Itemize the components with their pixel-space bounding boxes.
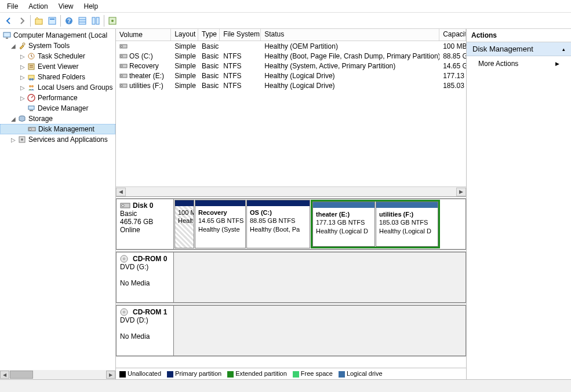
tree-label: Shared Folders xyxy=(38,73,85,81)
disk-row: Disk 0Basic465.76 GBOnline100 MHealtReco… xyxy=(116,198,466,250)
tree-device-manager[interactable]: ▷Device Manager xyxy=(0,103,115,113)
svg-point-37 xyxy=(121,65,123,67)
disk-label[interactable]: CD-ROM 1DVD (D:)No Media xyxy=(116,305,174,356)
folder-share-icon xyxy=(27,72,36,82)
svg-rect-25 xyxy=(28,106,34,109)
svg-rect-16 xyxy=(28,64,34,69)
col-volume[interactable]: Volume xyxy=(116,29,171,41)
tree-disk-management[interactable]: ▷Disk Management xyxy=(0,124,115,134)
clock-icon xyxy=(27,52,36,61)
volume-list-header: Volume Layout Type File System Status Ca… xyxy=(116,29,466,41)
svg-rect-9 xyxy=(96,17,99,24)
tree-label: Performance xyxy=(38,94,78,102)
partition[interactable]: utilities (F:)185.03 GB NTFSHealthy (Log… xyxy=(376,202,438,247)
svg-point-22 xyxy=(29,85,31,87)
extended-partition: theater (E:)177.13 GB NTFSHealthy (Logic… xyxy=(311,200,440,248)
svg-rect-5 xyxy=(79,17,86,24)
partition[interactable]: theater (E:)177.13 GB NTFSHealthy (Logic… xyxy=(312,202,375,247)
tree-event-viewer[interactable]: ▷Event Viewer xyxy=(0,61,115,72)
device-icon xyxy=(27,104,36,113)
svg-point-23 xyxy=(31,85,34,87)
tree-root[interactable]: Computer Management (Local xyxy=(0,30,115,41)
tree-label: Device Manager xyxy=(38,104,88,112)
expander-icon[interactable]: ▷ xyxy=(19,53,27,60)
menu-action[interactable]: Action xyxy=(24,1,52,12)
actions-section[interactable]: Disk Management ▴ xyxy=(467,42,571,56)
disk-row: CD-ROM 1DVD (D:)No Media xyxy=(116,305,466,357)
partition[interactable]: 100 MHealt xyxy=(174,200,194,248)
graphical-view: Disk 0Basic465.76 GBOnline100 MHealtReco… xyxy=(116,197,466,379)
volume-row[interactable]: OS (C:)SimpleBasicNTFSHealthy (Boot, Pag… xyxy=(116,51,466,61)
svg-point-31 xyxy=(21,138,23,141)
properties-button[interactable] xyxy=(46,14,59,27)
svg-rect-26 xyxy=(30,110,33,111)
event-icon xyxy=(27,62,36,71)
help-button[interactable]: ? xyxy=(63,14,75,27)
tree-system-tools[interactable]: ◢ System Tools xyxy=(0,41,115,51)
menu-help[interactable]: Help xyxy=(79,1,103,12)
actions-more-label: More Actions xyxy=(478,60,518,68)
expander-icon[interactable]: ▷ xyxy=(19,74,27,80)
menu-file[interactable]: File xyxy=(2,1,23,12)
partition[interactable]: OS (C:)88.85 GB NTFSHealthy (Boot, Pa xyxy=(246,200,310,248)
tree-services-apps[interactable]: ▷ Services and Applications xyxy=(0,134,115,145)
forward-button[interactable] xyxy=(16,14,28,27)
menu-view[interactable]: View xyxy=(54,1,78,12)
back-button[interactable] xyxy=(2,14,15,27)
col-status[interactable]: Status xyxy=(261,29,439,41)
collapse-icon: ▴ xyxy=(562,46,565,52)
expander-icon[interactable]: ◢ xyxy=(9,116,17,122)
volume-list-body[interactable]: SimpleBasicHealthy (OEM Partition)100 MB… xyxy=(116,41,466,186)
col-capacity[interactable]: Capacit xyxy=(439,29,466,41)
expander-icon[interactable]: ▷ xyxy=(9,137,17,143)
tree-root-label: Computer Management (Local xyxy=(13,31,107,39)
tools-icon xyxy=(17,41,27,50)
users-icon xyxy=(27,83,36,92)
tree-hscrollbar[interactable]: ◀▶ xyxy=(0,370,115,379)
expander-icon[interactable]: ▷ xyxy=(19,85,27,91)
actions-section-label: Disk Management xyxy=(472,45,533,53)
svg-point-21 xyxy=(31,78,34,80)
expander-icon[interactable]: ▷ xyxy=(19,64,27,70)
tree-local-users[interactable]: ▷Local Users and Groups xyxy=(0,82,115,93)
tree-label: Disk Management xyxy=(38,125,94,133)
disk-label[interactable]: CD-ROM 0DVD (G:)No Media xyxy=(116,252,174,303)
volume-row[interactable]: theater (E:)SimpleBasicNTFSHealthy (Logi… xyxy=(116,71,466,80)
disk-row: CD-ROM 0DVD (G:)No Media xyxy=(116,251,466,303)
view1-button[interactable] xyxy=(76,14,89,27)
disk-mgmt-icon xyxy=(27,124,37,134)
tree-label: Services and Applications xyxy=(28,135,108,144)
statusbar xyxy=(0,379,571,392)
volume-row[interactable]: RecoverySimpleBasicNTFSHealthy (System, … xyxy=(116,61,466,71)
tree-label: Task Scheduler xyxy=(38,52,85,60)
svg-rect-1 xyxy=(49,17,56,24)
main-area: Computer Management (Local ◢ System Tool… xyxy=(0,29,571,379)
svg-point-39 xyxy=(121,75,123,76)
disk-partitions xyxy=(174,252,466,303)
settings-button[interactable] xyxy=(106,14,119,27)
view2-button[interactable] xyxy=(89,14,102,27)
partition[interactable]: Recovery14.65 GB NTFSHealthy (Syste xyxy=(195,200,246,248)
disk-partitions xyxy=(174,305,466,356)
expander-icon[interactable]: ◢ xyxy=(9,43,17,49)
legend-primary: Primary partition xyxy=(167,370,221,378)
svg-rect-13 xyxy=(6,38,8,39)
actions-more[interactable]: More Actions ▶ xyxy=(467,56,571,71)
tree-task-scheduler[interactable]: ▷Task Scheduler xyxy=(0,51,115,61)
performance-icon xyxy=(27,93,36,102)
vlist-hscrollbar[interactable]: ◀▶ xyxy=(116,186,466,196)
tree-shared-folders[interactable]: ▷Shared Folders xyxy=(0,72,115,82)
col-layout[interactable]: Layout xyxy=(171,29,198,41)
tree-label: Storage xyxy=(28,115,53,123)
svg-point-47 xyxy=(123,312,125,313)
disk-label[interactable]: Disk 0Basic465.76 GBOnline xyxy=(116,199,174,250)
volume-row[interactable]: utilities (F:)SimpleBasicNTFSHealthy (Lo… xyxy=(116,80,466,90)
tree-storage[interactable]: ◢ Storage xyxy=(0,113,115,124)
col-fs[interactable]: File System xyxy=(220,29,261,41)
svg-point-11 xyxy=(111,20,114,22)
expander-icon[interactable]: ▷ xyxy=(19,95,27,101)
col-type[interactable]: Type xyxy=(198,29,220,41)
up-button[interactable] xyxy=(32,14,45,27)
volume-row[interactable]: SimpleBasicHealthy (OEM Partition)100 MB xyxy=(116,41,466,51)
tree-performance[interactable]: ▷Performance xyxy=(0,93,115,103)
